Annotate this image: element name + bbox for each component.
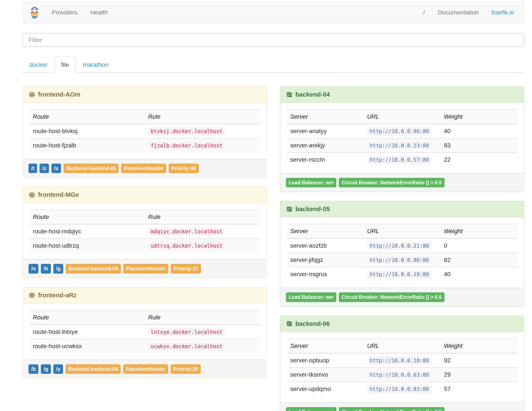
route-name: route-host-ucwksx <box>29 339 145 353</box>
tab-file[interactable]: file <box>54 57 76 73</box>
routes-table: Route Rule route-host-mdqiyc mdqiyc.dock… <box>29 210 260 253</box>
priority-tag: Priority:40 <box>169 164 199 173</box>
rule-code: lntxye.docker.localhost <box>148 328 225 336</box>
server-url-link[interactable]: http://10.0.0.21:80 <box>367 242 432 250</box>
rule-code: udtrzq.docker.localhost <box>148 242 225 250</box>
column-header-weight: Weight <box>440 224 517 239</box>
table-row: server-rscctn http://10.0.0.57:80 22 <box>287 153 517 166</box>
server-weight: 22 <box>440 153 517 166</box>
server-name: server-rscctn <box>287 153 364 166</box>
nav-item-root[interactable]: / <box>417 9 431 16</box>
load-balancer-tag: Load Balancer: wrr <box>286 292 336 302</box>
column-header-server: Server <box>287 339 364 353</box>
routes-table: Route Rule route-host-btvksj btvksj.dock… <box>29 109 260 152</box>
column-header-rule: Rule <box>145 310 260 325</box>
table-row: route-host-udtrzq udtrzq.docker.localhos… <box>29 239 260 253</box>
table-row: server-aozfzb http://10.0.0.21:80 0 <box>287 239 517 253</box>
nav-item-traefik-io[interactable]: traefik.io <box>485 9 521 16</box>
tab-docker[interactable]: docker <box>22 57 54 73</box>
server-weight: 62 <box>440 253 517 267</box>
frontend-panel: frontend-aRz Route Rule route-host-lntx <box>22 287 267 379</box>
globe-icon <box>29 92 35 98</box>
server-url-link[interactable]: http://10.0.0.19:80 <box>367 270 432 279</box>
nav-item-providers[interactable]: Providers <box>45 9 84 16</box>
column-header-server: Server <box>287 109 364 124</box>
tab-marathon[interactable]: marathon <box>76 57 115 73</box>
backend-title: backend-05 <box>295 206 330 213</box>
nav-item-health[interactable]: Health <box>84 9 114 16</box>
load-balancer-tag: Load Balancer: wrr <box>286 407 336 411</box>
table-row: route-host-ucwksx ucwksx.docker.localhos… <box>29 339 260 353</box>
route-name: route-host-fjzalb <box>29 138 145 152</box>
rule-code: ucwksx.docker.localhost <box>148 342 225 351</box>
column-header-route: Route <box>29 109 145 124</box>
server-name: server-opbuop <box>287 353 364 368</box>
server-url-link[interactable]: http://10.0.0.18:80 <box>367 357 432 365</box>
backend-panel-heading: backend-06 <box>280 316 524 332</box>
frontend-panel-heading: frontend-AOm <box>23 87 266 103</box>
frontend-panel: frontend-MGe Route Rule route-host-mdqi <box>22 186 267 278</box>
path-tag: /g <box>53 264 63 273</box>
server-name: server-tksmvo <box>287 368 364 382</box>
backend-panel-heading: backend-05 <box>280 201 524 217</box>
route-name: route-host-lntxye <box>29 324 145 339</box>
routes-table: Route Rule route-host-lntxye lntxye.dock… <box>29 310 260 353</box>
priority-tag: Priority:29 <box>171 364 201 374</box>
server-weight: 40 <box>440 267 517 281</box>
server-weight: 57 <box>440 382 517 396</box>
frontend-panel: frontend-AOm Route Rule route-host-btvk <box>22 86 267 178</box>
server-url-link[interactable]: http://10.0.0.96:80 <box>367 127 432 136</box>
backend-tag: Backend:backend-06 <box>66 264 121 273</box>
table-row: server-arekjy http://10.0.0.23:80 83 <box>287 138 517 153</box>
server-url-link[interactable]: http://10.0.0.86:80 <box>367 256 432 264</box>
server-icon <box>286 206 292 212</box>
servers-table: Server URL Weight server-anatyy http://1… <box>287 109 517 166</box>
server-name: server-aozfzb <box>287 239 364 253</box>
path-tag: /y <box>53 364 63 374</box>
frontends-column: frontend-AOm Route Rule route-host-btvk <box>22 86 267 387</box>
column-header-weight: Weight <box>440 109 517 124</box>
column-header-route: Route <box>29 210 145 224</box>
frontend-panel-footer: /b /g /y Backend:backend-04 PassHostHead… <box>23 360 266 378</box>
table-row: route-host-fjzalb fjzalb.docker.localhos… <box>29 138 260 152</box>
server-url-link[interactable]: http://10.0.0.57:80 <box>367 156 432 164</box>
column-header-url: URL <box>364 339 440 353</box>
backend-panel-footer: Load Balancer: wrr Circuit Breaker: Netw… <box>280 288 524 306</box>
table-row: server-jifqgz http://10.0.0.86:80 62 <box>287 253 517 267</box>
circuit-breaker-tag: Circuit Breaker: NetworkErrorRatio () > … <box>339 292 444 302</box>
nav-item-documentation[interactable]: Documentation <box>431 9 485 16</box>
table-row: server-anatyy http://10.0.0.96:80 40 <box>287 124 517 138</box>
circuit-breaker-tag: Circuit Breaker: NetworkErrorRatio () > … <box>339 407 444 411</box>
servers-table: Server URL Weight server-opbuop http://1… <box>287 339 517 396</box>
frontend-title: frontend-MGe <box>38 191 79 198</box>
path-tag: /h <box>41 264 51 273</box>
backend-panel-footer: Load Balancer: wrr Circuit Breaker: Netw… <box>280 173 524 192</box>
server-weight: 92 <box>440 353 517 368</box>
priority-tag: Priority:37 <box>171 264 201 273</box>
traefik-logo[interactable] <box>23 4 45 21</box>
table-row: server-tksmvo http://10.0.0.63:80 29 <box>287 368 517 382</box>
passhostheader-tag: PassHostHeader <box>123 264 168 273</box>
server-icon <box>286 92 292 98</box>
server-url-link[interactable]: http://10.0.0.63:80 <box>367 371 432 379</box>
column-header-url: URL <box>364 109 440 124</box>
backend-title: backend-06 <box>295 320 330 327</box>
column-header-weight: Weight <box>440 339 517 353</box>
table-row: route-host-lntxye lntxye.docker.localhos… <box>29 324 260 339</box>
column-header-rule: Rule <box>145 109 260 124</box>
path-tag: /s <box>51 164 61 173</box>
server-weight: 83 <box>440 138 517 153</box>
traefik-mascot-icon <box>29 6 40 19</box>
frontend-panel-heading: frontend-aRz <box>23 287 266 303</box>
table-row: route-host-btvksj btvksj.docker.localhos… <box>29 124 260 138</box>
server-url-link[interactable]: http://10.0.0.23:80 <box>367 142 432 150</box>
backend-panel-heading: backend-04 <box>280 87 524 103</box>
server-weight: 29 <box>440 368 517 382</box>
table-row: server-opbuop http://10.0.0.18:80 92 <box>287 353 517 368</box>
globe-icon <box>29 292 35 298</box>
route-name: route-host-udtrzq <box>29 239 145 253</box>
filter-input[interactable] <box>22 33 524 47</box>
backend-title: backend-04 <box>295 91 330 98</box>
servers-table: Server URL Weight server-aozfzb http://1… <box>287 224 517 281</box>
server-url-link[interactable]: http://10.0.0.83:80 <box>367 385 432 393</box>
